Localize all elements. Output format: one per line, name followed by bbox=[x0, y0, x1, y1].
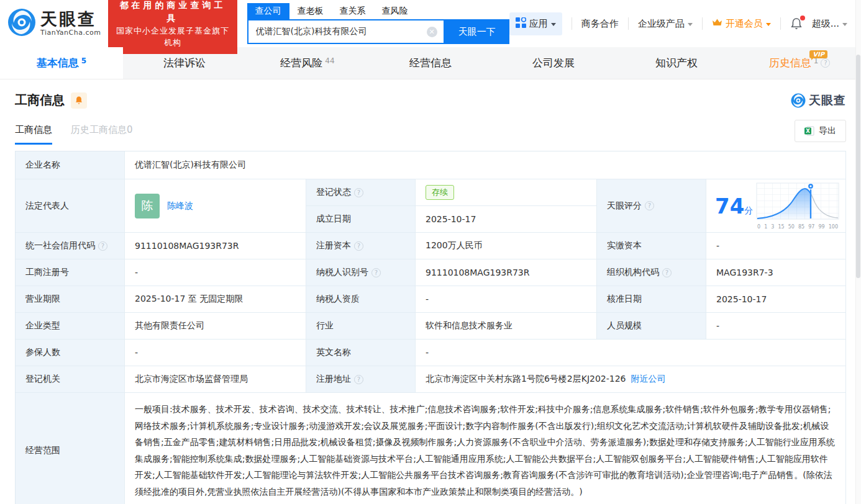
company-type-value: 其他有限责任公司 bbox=[125, 313, 306, 340]
apps-menu[interactable]: 应用 bbox=[509, 12, 562, 35]
status-badge: 存续 bbox=[426, 185, 454, 200]
crown-icon bbox=[712, 18, 722, 29]
clear-search-icon[interactable]: ✕ bbox=[427, 27, 437, 37]
brand-name: 天眼查 bbox=[40, 11, 101, 28]
tab-history-info[interactable]: VIP 历史信息1 bbox=[738, 47, 861, 79]
subtab-business-registration[interactable]: 工商信息 bbox=[15, 124, 52, 145]
english-name-label: 英文名称 bbox=[306, 340, 416, 366]
establish-date-label: 成立日期 bbox=[306, 206, 416, 233]
tab-intellectual-property[interactable]: 知识产权 bbox=[615, 47, 738, 79]
search-tab-risk[interactable]: 查风险 bbox=[374, 3, 416, 19]
search-tab-relation[interactable]: 查关系 bbox=[332, 3, 374, 19]
insured-label: 参保人数 bbox=[16, 340, 125, 366]
staff-size-value: - bbox=[706, 313, 846, 340]
svg-text:X: X bbox=[806, 128, 810, 134]
legal-rep-link[interactable]: 陈峰波 bbox=[167, 200, 193, 212]
legal-rep-value: 陈 陈峰波 bbox=[125, 179, 306, 233]
slogan-line1: 都在用的商业查询工具 bbox=[116, 0, 229, 25]
chevron-down-icon bbox=[688, 23, 693, 26]
score-unit: 分 bbox=[744, 205, 753, 215]
help-icon[interactable] bbox=[371, 268, 381, 277]
main-content: 工商信息 天眼查 工商信息 历史工商信息0 X 导出 企业名称 优谱汇智(北京)… bbox=[0, 92, 861, 504]
divider bbox=[702, 17, 703, 30]
tab-business-info[interactable]: 经营信息 bbox=[369, 47, 492, 79]
help-icon[interactable] bbox=[354, 188, 363, 197]
approval-date-label: 核准日期 bbox=[597, 286, 706, 313]
notification-dot bbox=[800, 16, 805, 20]
address-label: 注册地址 bbox=[306, 366, 416, 393]
corner-watermark-logo: 天眼查 bbox=[791, 92, 846, 109]
page: 天眼查 TianYanCha.com 都在用的商业查询工具 国家中小企业发展子基… bbox=[0, 0, 861, 504]
reg-capital-value: 1200万人民币 bbox=[416, 233, 597, 259]
paid-capital-value: - bbox=[706, 233, 846, 259]
staff-size-label: 人员规模 bbox=[597, 313, 706, 340]
export-button[interactable]: X 导出 bbox=[795, 120, 846, 142]
nearby-companies-link[interactable]: 附近公司 bbox=[631, 374, 666, 385]
tab-company-development[interactable]: 公司发展 bbox=[492, 47, 615, 79]
slogan-line2: 国家中小企业发展子基金旗下机构 bbox=[116, 25, 229, 49]
score-distribution-chart[interactable]: 0131550859799100 bbox=[756, 182, 839, 230]
reg-status-label: 登记状态 bbox=[306, 179, 416, 206]
divider bbox=[780, 17, 781, 30]
taxpayer-quality-label: 纳税人资质 bbox=[306, 286, 416, 313]
section-title: 工商信息 bbox=[15, 92, 65, 109]
reg-capital-label: 注册资本 bbox=[306, 233, 416, 259]
company-type-label: 企业类型 bbox=[16, 313, 125, 340]
account-menu[interactable]: 超级... bbox=[812, 18, 847, 30]
search-tab-boss[interactable]: 查老板 bbox=[289, 3, 332, 19]
company-name-value: 优谱汇智(北京)科技有限公司 bbox=[125, 151, 846, 179]
notifications-bell[interactable] bbox=[790, 17, 803, 30]
establish-date-value: 2025-10-17 bbox=[416, 206, 597, 233]
business-scope-label: 经营范围 bbox=[16, 393, 125, 504]
score-label: 天眼评分 bbox=[597, 179, 706, 233]
tianyancha-swirl-icon bbox=[7, 8, 36, 39]
taxpayer-quality-value: - bbox=[416, 286, 597, 313]
chevron-down-icon bbox=[842, 23, 847, 26]
slogan-banner: 都在用的商业查询工具 国家中小企业发展子基金旗下机构 bbox=[108, 0, 237, 54]
org-code-label: 组织机构代码 bbox=[597, 259, 706, 286]
bell-icon bbox=[75, 96, 83, 105]
help-icon[interactable] bbox=[354, 241, 363, 251]
cooperation-menu[interactable]: 商务合作 bbox=[581, 18, 619, 30]
help-icon[interactable] bbox=[662, 268, 672, 277]
tab-legal-proceedings[interactable]: 法律诉讼 bbox=[123, 47, 246, 79]
industry-label: 行业 bbox=[306, 313, 416, 340]
search-area: 查公司 查老板 查关系 查风险 ✕ 天眼一下 bbox=[247, 3, 509, 44]
business-term-value: 2025-10-17 至 无固定期限 bbox=[125, 286, 306, 313]
english-name-value: - bbox=[416, 340, 846, 366]
avatar[interactable]: 陈 bbox=[135, 194, 160, 218]
vip-upgrade-menu[interactable]: 开通会员 bbox=[712, 18, 771, 30]
help-icon[interactable] bbox=[821, 58, 830, 68]
enterprise-menu[interactable]: 企业级产品 bbox=[638, 18, 693, 30]
registry-label: 登记机关 bbox=[16, 366, 125, 393]
credit-code-value: 91110108MAG193R73R bbox=[125, 233, 306, 259]
business-scope-value: 一般项目:技术服务、技术开发、技术咨询、技术交流、技术转让、技术推广;信息技术咨… bbox=[125, 393, 846, 504]
top-menu: 应用 商务合作 企业级产品 开通会员 bbox=[509, 12, 847, 35]
search-box: ✕ bbox=[247, 19, 445, 44]
org-code-value: MAG193R7-3 bbox=[706, 259, 846, 286]
help-icon[interactable] bbox=[98, 241, 107, 251]
business-term-label: 营业期限 bbox=[16, 286, 125, 313]
search-button[interactable]: 天眼一下 bbox=[445, 19, 509, 44]
subscribe-bell-button[interactable] bbox=[71, 92, 87, 109]
score-axis-ticks: 0131550859799100 bbox=[756, 223, 839, 230]
apps-label: 应用 bbox=[529, 18, 548, 30]
company-name-label: 企业名称 bbox=[16, 151, 125, 179]
paid-capital-label: 实缴资本 bbox=[597, 233, 706, 259]
insured-value: - bbox=[125, 340, 306, 366]
search-input[interactable] bbox=[248, 27, 427, 37]
tianyancha-logo[interactable]: 天眼查 TianYanCha.com bbox=[7, 8, 101, 39]
divider bbox=[628, 17, 629, 30]
search-tab-company[interactable]: 查公司 bbox=[247, 3, 289, 19]
chevron-down-icon bbox=[766, 23, 771, 26]
tab-operating-risk[interactable]: 经营风险44 bbox=[246, 47, 369, 79]
search-tabs: 查公司 查老板 查关系 查风险 bbox=[247, 3, 509, 19]
tab-basic-info[interactable]: 基本信息5 bbox=[0, 47, 123, 79]
subtab-history-registration[interactable]: 历史工商信息0 bbox=[71, 124, 133, 145]
help-icon[interactable] bbox=[354, 375, 363, 384]
taxpayer-id-label: 纳税人识别号 bbox=[306, 259, 416, 286]
industry-value: 软件和信息技术服务业 bbox=[416, 313, 597, 340]
help-icon[interactable] bbox=[645, 201, 654, 210]
scrollbar-thumb[interactable] bbox=[856, 55, 860, 278]
chevron-down-icon bbox=[551, 23, 556, 26]
